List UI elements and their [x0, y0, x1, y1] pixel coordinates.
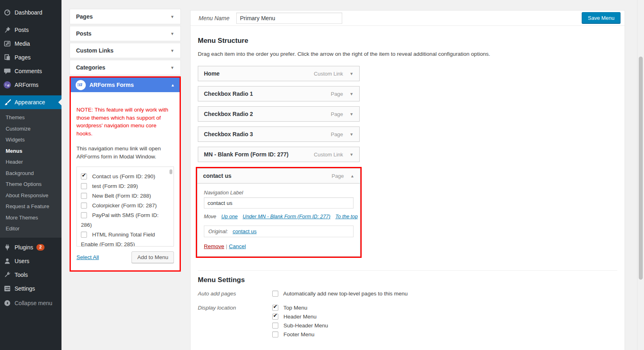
location-sub-header-menu[interactable]: Sub-Header Menu	[272, 321, 328, 330]
accordion-section-title: Posts	[76, 30, 91, 37]
submenu-item-background[interactable]: Background	[0, 168, 61, 179]
form-checkbox[interactable]	[81, 212, 87, 218]
accordion-section-pages[interactable]: Pages ▼	[70, 9, 181, 24]
submenu-item-menus[interactable]: Menus	[0, 145, 61, 157]
sidebar-item-plugins[interactable]: Plugins 2	[0, 240, 61, 254]
submenu-item-themes[interactable]: Themes	[0, 112, 61, 123]
media-icon	[3, 40, 11, 48]
sidebar-item-tools[interactable]: Tools	[0, 268, 61, 282]
sidebar-item-posts[interactable]: Posts	[0, 23, 61, 37]
submenu-item-more-themes[interactable]: More Themes	[0, 212, 61, 223]
submenu-item-customize[interactable]: Customize	[0, 123, 61, 135]
location-footer-menu[interactable]: Footer Menu	[272, 330, 328, 339]
page-scrollbar-thumb[interactable]	[639, 57, 643, 280]
sidebar-item-arforms[interactable]: a ARForms	[0, 78, 61, 92]
menu-item-title: Checkbox Radio 2	[204, 111, 253, 117]
plugin-icon	[3, 243, 11, 251]
chevron-down-icon[interactable]: ▼	[350, 152, 354, 157]
admin-sidebar: Dashboard Posts Media Pages Comments a A…	[0, 0, 61, 350]
sidebar-item-label: Dashboard	[15, 9, 42, 16]
menu-item-checkbox-radio-2[interactable]: Checkbox Radio 2 Page▼	[198, 106, 360, 122]
menu-name-input[interactable]	[236, 13, 342, 24]
sidebar-item-comments[interactable]: Comments	[0, 64, 61, 78]
chevron-down-icon[interactable]: ▼	[350, 92, 354, 96]
submenu-item-widgets[interactable]: Widgets	[0, 134, 61, 145]
navigation-label-input[interactable]	[204, 197, 354, 209]
form-list-item[interactable]: HTML Running Total Field Enable (Form ID…	[81, 230, 170, 247]
move-to-top-link[interactable]: To the top	[335, 214, 358, 219]
sidebar-item-label: Settings	[15, 285, 35, 292]
auto-add-pages-checkbox[interactable]	[272, 291, 278, 297]
form-label: test (Form ID: 289)	[92, 183, 138, 189]
location-header-menu[interactable]: Header Menu	[272, 312, 328, 321]
top-menu-checkbox[interactable]	[272, 305, 278, 311]
remove-link[interactable]: Remove	[204, 243, 224, 249]
menu-item-type: Page	[331, 111, 343, 117]
auto-add-pages-option[interactable]: Automatically add new top-level pages to…	[272, 289, 408, 298]
menu-item-checkbox-radio-1[interactable]: Checkbox Radio 1 Page▼	[198, 86, 360, 101]
add-to-menu-button[interactable]: Add to Menu	[131, 251, 174, 263]
chevron-down-icon[interactable]: ▼	[350, 72, 354, 76]
move-under-link[interactable]: Under MN - Blank Form (Form ID: 277)	[243, 214, 330, 219]
accordion-section-custom-links[interactable]: Custom Links ▼	[70, 43, 181, 58]
select-all-link[interactable]: Select All	[76, 254, 99, 260]
form-checkbox[interactable]	[81, 183, 87, 189]
display-location-caption: Display location	[198, 304, 272, 339]
form-checkbox[interactable]	[81, 202, 87, 209]
menu-items-list: Home Custom Link▼ Checkbox Radio 1 Page▼…	[198, 66, 360, 258]
menu-item-home[interactable]: Home Custom Link▼	[198, 66, 360, 81]
save-menu-button[interactable]: Save Menu	[582, 12, 621, 24]
sidebar-item-dashboard[interactable]: Dashboard	[0, 6, 61, 19]
chevron-down-icon[interactable]: ▼	[350, 132, 354, 137]
menu-name-label: Menu Name	[199, 15, 229, 21]
location-top-menu[interactable]: Top Menu	[272, 304, 328, 312]
sidebar-item-label: Media	[15, 40, 30, 47]
accordion-section-arforms-forms[interactable]: a ARForms Forms ▲	[71, 78, 180, 92]
footer-menu-checkbox[interactable]	[272, 331, 278, 337]
accordion-section-posts[interactable]: Posts ▼	[70, 26, 181, 41]
sidebar-item-label: Plugins	[15, 244, 33, 251]
form-checkbox[interactable]	[81, 232, 87, 238]
form-list-item[interactable]: Contact us (Form ID: 290)	[81, 172, 170, 181]
arforms-description-text: This navigation menu link will open ARFo…	[76, 145, 174, 160]
sub-header-menu-checkbox[interactable]	[272, 323, 278, 329]
submenu-item-editor[interactable]: Editor	[0, 223, 61, 234]
accordion-section-title: Custom Links	[76, 47, 114, 54]
location-label: Header Menu	[284, 314, 317, 320]
menu-item-checkbox-radio-3[interactable]: Checkbox Radio 3 Page▼	[198, 127, 360, 142]
form-list-item[interactable]: Colorpicker (Form ID: 287)	[81, 201, 170, 211]
chevron-up-icon[interactable]: ▲	[350, 174, 354, 178]
sidebar-item-settings[interactable]: Settings	[0, 282, 61, 295]
form-checkbox[interactable]	[81, 173, 87, 179]
form-label: HTML Running Total Field Enable (Form ID…	[81, 232, 155, 247]
move-up-one-link[interactable]: Up one	[221, 214, 237, 219]
sidebar-item-media[interactable]: Media	[0, 37, 61, 51]
sidebar-item-label: Users	[15, 258, 30, 264]
form-checkbox[interactable]	[81, 193, 87, 199]
list-scrollbar-thumb[interactable]	[169, 169, 172, 174]
menu-item-mn-blank-form[interactable]: MN - Blank Form (Form ID: 277) Custom Li…	[198, 147, 360, 162]
menu-item-title: Checkbox Radio 3	[204, 131, 253, 137]
form-list-item[interactable]: New Belt (Form ID: 288)	[81, 191, 170, 201]
sidebar-item-pages[interactable]: Pages	[0, 51, 61, 64]
submenu-item-request-a-feature[interactable]: Request a Feature	[0, 201, 61, 212]
page-scrollbar[interactable]	[637, 0, 644, 350]
collapse-menu-button[interactable]: Collapse menu	[0, 296, 61, 310]
original-link[interactable]: contact us	[233, 228, 256, 234]
chevron-down-icon[interactable]: ▼	[350, 112, 354, 116]
submenu-item-about-responsive[interactable]: About Responsive	[0, 190, 61, 201]
header-menu-checkbox[interactable]	[272, 314, 278, 320]
menu-item-type: Page	[332, 173, 344, 179]
form-list-item[interactable]: PayPal with SMS (Form ID: 286)	[81, 211, 170, 230]
form-list-item[interactable]: test (Form ID: 289)	[81, 181, 170, 191]
sidebar-item-users[interactable]: Users	[0, 254, 61, 268]
submenu-item-header[interactable]: Header	[0, 156, 61, 168]
brush-icon	[3, 98, 11, 106]
submenu-item-theme-options[interactable]: Theme Options	[0, 179, 61, 190]
display-location-options: Top Menu Header Menu Sub-Header Menu Foo…	[272, 304, 328, 339]
accordion-section-categories[interactable]: Categories ▼	[70, 60, 181, 75]
menu-item-contact-us[interactable]: contact us Page▲	[197, 168, 360, 183]
chevron-up-icon: ▲	[171, 83, 175, 87]
cancel-link[interactable]: Cancel	[229, 243, 246, 249]
sidebar-item-appearance[interactable]: Appearance	[0, 95, 61, 109]
